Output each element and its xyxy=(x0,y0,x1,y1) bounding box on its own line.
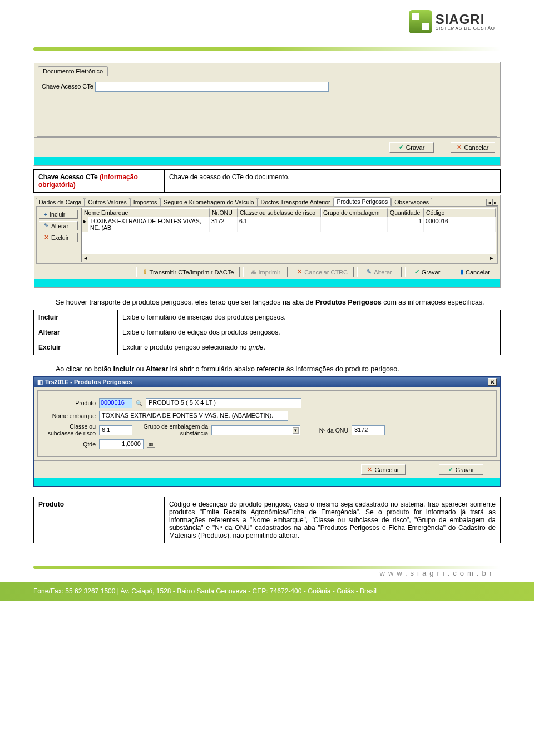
label-qtde: Qtde xyxy=(46,441,96,448)
input-nome[interactable]: TOXINAS EXTRAIDA DE FONTES VIVAS, NE. (A… xyxy=(99,411,288,421)
combo-grupo[interactable] xyxy=(211,425,300,435)
cancelar-bottom-button[interactable]: ▮Cancelar xyxy=(453,267,497,277)
status-bar xyxy=(34,478,500,486)
dlg-gravar-button[interactable]: Gravar xyxy=(439,464,483,475)
pencil-icon xyxy=(367,268,372,276)
footer-url: www.siagri.com.br xyxy=(0,569,534,577)
dialog-title: Trs201E - Produtos Perigosos xyxy=(45,379,132,385)
page-header: SIAGRI SISTEMAS DE GESTÃO xyxy=(0,0,534,47)
plus-icon xyxy=(44,211,47,218)
logo-icon xyxy=(409,10,432,33)
tab-outros-valores[interactable]: Outros Valores xyxy=(85,198,130,206)
label-onu: Nº da ONU xyxy=(304,427,348,434)
excluir-button[interactable]: Excluir xyxy=(39,233,78,242)
label-produto: Produto xyxy=(46,400,96,406)
x-icon xyxy=(297,268,302,276)
x-icon xyxy=(457,144,462,151)
search-icon[interactable] xyxy=(136,400,142,406)
logo-name: SIAGRI xyxy=(436,13,495,26)
gravar-button[interactable]: Gravar xyxy=(389,142,434,153)
input-classe[interactable]: 6.1 xyxy=(99,425,132,435)
cancelar-ctrc-button: Cancelar CTRC xyxy=(291,267,354,277)
input-onu[interactable]: 3172 xyxy=(352,425,385,435)
input-qtde[interactable]: 1,0000 xyxy=(99,439,144,449)
status-bar xyxy=(34,157,500,165)
logo: SIAGRI SISTEMAS DE GESTÃO xyxy=(409,10,495,33)
calc-icon[interactable]: ▦ xyxy=(147,441,155,448)
dlg-cancelar-button[interactable]: Cancelar xyxy=(361,464,406,475)
hscroll-right[interactable]: ▸ xyxy=(488,254,496,262)
table-produto: Produto Código e descrição do produto pe… xyxy=(33,497,501,543)
tab-doctos-anterior[interactable]: Doctos Transporte Anterior xyxy=(258,198,334,206)
tab-observacoes[interactable]: Observações xyxy=(391,198,432,206)
app-icon: ◧ xyxy=(37,379,43,385)
tab-produtos-perigosos[interactable]: Produtos Perigosos xyxy=(334,197,392,206)
printer-icon xyxy=(251,269,256,276)
tab-dados-carga[interactable]: Dados da Carga xyxy=(36,198,85,206)
table-actions: IncluirExibe o formulário de inserção do… xyxy=(33,310,501,355)
footer-address: Fone/Fax: 55 62 3267 1500 | Av. Caiapó, … xyxy=(0,582,534,601)
alterar-button[interactable]: Alterar xyxy=(39,221,78,230)
label-chave-acesso: Chave Acesso CTe xyxy=(42,83,93,90)
dialog-produtos-perigosos: ◧Trs201E - Produtos Perigosos ✕ Produto … xyxy=(33,376,501,487)
status-bar xyxy=(34,279,500,287)
label-nome: Nome embarque xyxy=(46,413,96,419)
x-icon xyxy=(44,234,49,241)
cell-label: Chave Acesso CTe xyxy=(38,173,98,181)
tab-seguro-km[interactable]: Seguro e Kilometragem do Veículo xyxy=(160,198,257,206)
incluir-button[interactable]: Incluir xyxy=(39,210,78,219)
grid-header: Nome Embarque Nr.ONU Classe ou subclasse… xyxy=(82,208,496,217)
tab-documento-eletronico[interactable]: Documento Eletrônico xyxy=(38,66,108,76)
panel-documento-eletronico: Documento Eletrônico Chave Acesso CTe Gr… xyxy=(33,62,501,166)
x-icon xyxy=(367,466,372,473)
pencil-icon xyxy=(44,222,49,229)
transmitir-button[interactable]: Transmitir CTe/Imprimir DACTe xyxy=(136,267,240,277)
cancelar-button[interactable]: Cancelar xyxy=(451,142,495,153)
panel-produtos-perigosos: Dados da Carga Outros Valores Impostos S… xyxy=(33,195,501,288)
gravar-bottom-button[interactable]: Gravar xyxy=(405,267,449,277)
label-classe: Classe ou subclasse de risco xyxy=(46,424,96,436)
scroll-left-icon[interactable]: ◂ xyxy=(486,199,492,206)
logo-tagline: SISTEMAS DE GESTÃO xyxy=(436,26,495,31)
table-chave-cte: Chave Acesso CTe (Informação obrigatória… xyxy=(33,169,501,193)
paragraph-1: Se houver transporte de produtos perigos… xyxy=(56,298,501,306)
close-icon[interactable]: ✕ xyxy=(488,378,497,386)
paragraph-2: Ao clicar no botão Incluir ou Alterar ir… xyxy=(56,365,501,373)
check-icon xyxy=(399,144,404,151)
alterar-bottom-button: Alterar xyxy=(357,267,402,277)
input-produto-cod[interactable]: 0000016 xyxy=(99,398,132,408)
hscroll-left[interactable]: ◂ xyxy=(82,254,90,262)
check-icon xyxy=(414,268,419,276)
label-grupo: Grupo de embalagem da substância xyxy=(136,424,208,436)
upload-icon xyxy=(142,268,147,276)
table-row[interactable]: ▸ TOXINAS EXTRAIDA DE FONTES VIVAS, NE. … xyxy=(82,217,496,232)
imprimir-button: Imprimir xyxy=(243,267,288,277)
check-icon xyxy=(448,466,453,473)
scroll-right-icon[interactable]: ▸ xyxy=(492,199,498,206)
input-produto-desc[interactable]: PRODUTO 5 ( 5 X 4 LT ) xyxy=(146,398,301,408)
cell-desc: Chave de acesso do CTe do documento. xyxy=(164,170,500,193)
input-chave-acesso[interactable] xyxy=(95,82,329,92)
tab-impostos[interactable]: Impostos xyxy=(130,198,161,206)
page-footer: www.siagri.com.br Fone/Fax: 55 62 3267 1… xyxy=(0,566,534,601)
